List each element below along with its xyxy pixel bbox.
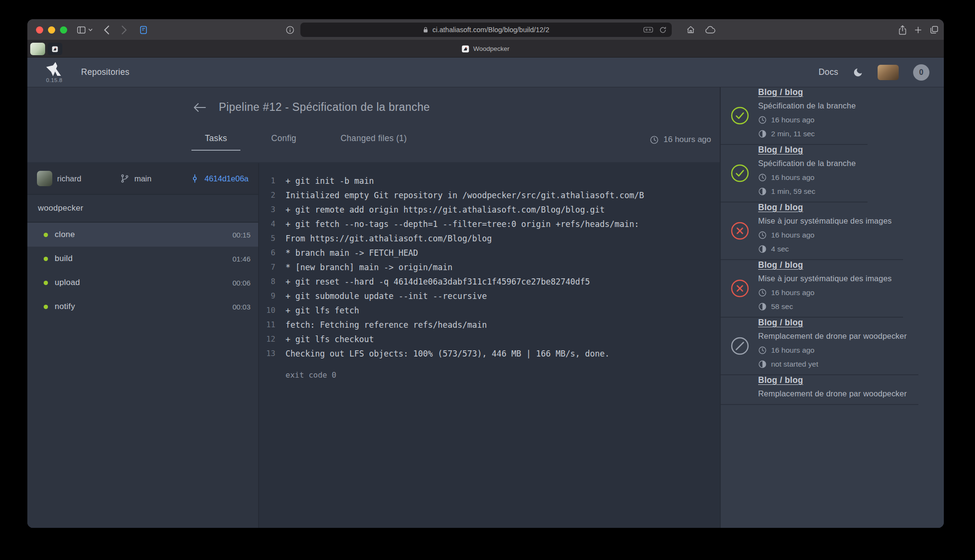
reload-icon[interactable] (659, 26, 667, 34)
lock-icon (423, 26, 428, 33)
console-line-number: 3 (259, 203, 275, 217)
pinned-tab-1[interactable] (30, 43, 45, 55)
close-window-button[interactable] (36, 26, 43, 34)
cloud-icon (705, 25, 716, 34)
address-url: ci.athaliasoft.com/Blog/blog/build/12/2 (432, 26, 549, 34)
duration-icon (758, 302, 767, 311)
step-duration: 00:03 (232, 303, 250, 311)
page-info-button[interactable] (284, 19, 297, 40)
build-time-row: 16 hours ago (758, 231, 892, 239)
forward-button[interactable] (119, 19, 129, 40)
console-line-number: 10 (259, 303, 275, 318)
nav-docs-link[interactable]: Docs (819, 67, 838, 77)
build-status-icon (730, 336, 749, 356)
clock-icon (650, 135, 659, 144)
console-line-text: + git lfs fetch (275, 303, 359, 318)
build-list-item[interactable]: Blog / blog Spécification de la branche … (721, 87, 868, 145)
build-list-item[interactable]: Blog / blog Mise à jour systématique des… (721, 260, 903, 318)
step-name: upload (55, 278, 80, 287)
console-line-text: fetch: Fetching reference refs/heads/mai… (275, 318, 487, 332)
icloud-tabs-button[interactable] (703, 19, 718, 40)
minimize-window-button[interactable] (48, 26, 55, 34)
console-line-text: + git submodule update --init --recursiv… (275, 289, 487, 303)
pipeline-step[interactable]: upload 00:06 (27, 271, 258, 295)
address-bar[interactable]: ci.athaliasoft.com/Blog/blog/build/12/2 (300, 23, 672, 37)
console-line: 12 + git lfs checkout (259, 332, 720, 346)
pipeline-step[interactable]: clone 00:15 (27, 223, 258, 247)
console-line: 5 From https://git.athaliasoft.com/Blog/… (259, 231, 720, 246)
queue-count-badge[interactable]: 0 (913, 64, 929, 81)
build-list-item[interactable]: Blog / blog Remplacement de drone par wo… (721, 318, 918, 375)
zoom-window-button[interactable] (60, 26, 67, 34)
user-avatar[interactable] (878, 65, 899, 80)
page-title: Pipeline #12 - Spécification de la branc… (219, 101, 430, 114)
console-line: 3 + git remote add origin https://git.at… (259, 203, 720, 217)
success-circle-icon (730, 106, 749, 125)
console-line-text: + git remote add origin https://git.atha… (275, 203, 605, 217)
pipeline-step[interactable]: notify 00:03 (27, 295, 258, 319)
build-duration-row: not started yet (758, 360, 907, 369)
woodpecker-logo[interactable]: 0.15.8 (45, 61, 64, 83)
duration-icon (758, 245, 767, 253)
moon-icon (853, 67, 863, 78)
step-status-dot (44, 257, 48, 261)
active-tab[interactable]: Woodpecker (462, 45, 510, 53)
pinned-tab-2[interactable] (48, 43, 62, 55)
home-icon (686, 25, 696, 35)
console-line: 6 * branch main -> FETCH_HEAD (259, 246, 720, 260)
step-panel: richard main 4614d1e06a woodpecker (27, 163, 259, 528)
window-controls (36, 26, 67, 34)
share-button[interactable] (896, 19, 909, 40)
git-commit-icon (190, 174, 200, 183)
pipeline-time: 16 hours ago (650, 135, 711, 144)
console-line: 8 + git reset --hard -q 4614d1e06a3dabf3… (259, 274, 720, 289)
build-duration: 4 sec (771, 245, 789, 253)
build-message: Remplacement de drone par woodpecker (758, 332, 907, 341)
woodpecker-favicon (462, 45, 469, 53)
back-to-repo-button[interactable] (192, 101, 206, 114)
build-time-row: 16 hours ago (758, 346, 907, 355)
nav-repositories-link[interactable]: Repositories (81, 67, 130, 77)
sidebar-toggle-button[interactable] (74, 19, 95, 40)
console-line-number: 6 (259, 246, 275, 260)
console-line-text: + git init -b main (275, 174, 374, 188)
new-tab-button[interactable] (912, 19, 925, 40)
build-repo-link[interactable]: Blog / blog (758, 318, 803, 328)
back-button[interactable] (102, 19, 111, 40)
tab-overview-button[interactable] (927, 19, 941, 40)
build-duration: 2 min, 11 sec (771, 130, 815, 138)
branch-info: main (120, 174, 152, 183)
build-repo-link[interactable]: Blog / blog (758, 87, 803, 97)
build-list-item[interactable]: Blog / blog Remplacement de drone par wo… (721, 375, 918, 405)
step-duration: 00:06 (232, 279, 250, 287)
pipeline-step[interactable]: build 01:46 (27, 247, 258, 271)
build-time: 16 hours ago (771, 116, 815, 124)
pipeline-tab-config[interactable]: Config (258, 133, 309, 151)
console-line-number: 12 (259, 332, 275, 346)
step-duration: 01:46 (232, 255, 250, 263)
console-line-text: From https://git.athaliasoft.com/Blog/bl… (275, 231, 492, 246)
build-repo-link[interactable]: Blog / blog (758, 375, 803, 385)
home-button[interactable] (684, 19, 698, 40)
build-repo-link[interactable]: Blog / blog (758, 145, 803, 155)
clock-icon (758, 173, 767, 182)
pipeline-tab-changed-files-1[interactable]: Changed files (1) (327, 133, 420, 151)
build-list-item[interactable]: Blog / blog Spécification de la branche … (721, 145, 868, 203)
build-list-item[interactable]: Blog / blog Mise à jour systématique des… (721, 203, 903, 260)
console-line-number: 1 (259, 174, 275, 188)
build-message: Spécification de la branche (758, 159, 856, 168)
build-repo-link[interactable]: Blog / blog (758, 260, 803, 270)
build-time-row: 16 hours ago (758, 173, 856, 182)
console-line-text: + git reset --hard -q 4614d1e06a3dabf311… (275, 274, 590, 289)
step-duration: 00:15 (232, 231, 250, 239)
build-repo-link[interactable]: Blog / blog (758, 203, 803, 213)
version-label: 0.15.8 (46, 77, 62, 83)
plus-icon (914, 25, 923, 35)
pipeline-tab-tasks[interactable]: Tasks (191, 133, 240, 151)
commit-link[interactable]: 4614d1e06a (190, 174, 249, 183)
browser-toolbar: ci.athaliasoft.com/Blog/blog/build/12/2 (27, 19, 944, 40)
author-avatar (37, 171, 52, 186)
site-settings-icon[interactable] (643, 26, 653, 33)
theme-toggle-button[interactable] (853, 67, 863, 78)
start-page-button[interactable] (137, 19, 150, 40)
